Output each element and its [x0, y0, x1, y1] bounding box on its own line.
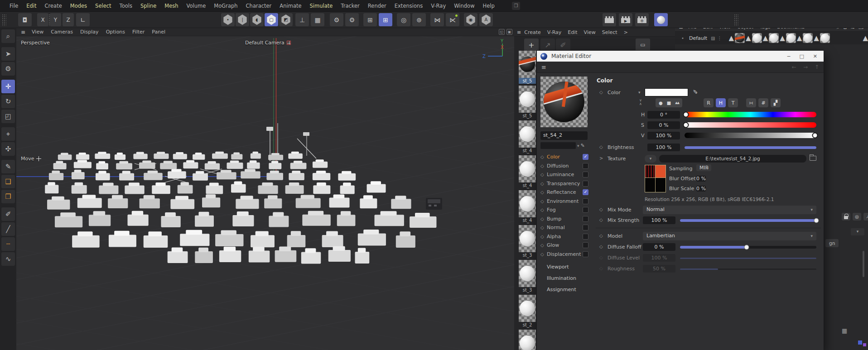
- menubar-item[interactable]: Character: [242, 3, 276, 9]
- rotate-tool[interactable]: ↻: [1, 95, 15, 108]
- channel-checkbox[interactable]: [583, 198, 588, 204]
- spline-pen-icon[interactable]: ✎: [1, 160, 15, 173]
- scale-tool[interactable]: ◰: [1, 110, 15, 123]
- view-label[interactable]: Perspective: [21, 40, 50, 46]
- material-item[interactable]: st_3: [519, 260, 536, 293]
- section-link[interactable]: Illumination: [540, 273, 592, 284]
- channel-label[interactable]: Bump: [547, 216, 561, 222]
- channel-checkbox[interactable]: [583, 172, 588, 177]
- delete-material-button[interactable]: ▭: [636, 38, 650, 52]
- menubar-item[interactable]: Volume: [183, 3, 210, 9]
- hamburger-icon[interactable]: ≡: [517, 29, 521, 35]
- menubar-item[interactable]: Render: [364, 3, 391, 9]
- menubar-item[interactable]: File: [5, 3, 22, 9]
- channel-checkbox[interactable]: [583, 207, 588, 213]
- axis-lock-button[interactable]: X: [37, 13, 48, 26]
- h-value-field[interactable]: 0 °: [647, 111, 680, 119]
- channel-label[interactable]: Reflectance: [547, 189, 576, 195]
- up-icon[interactable]: ↑: [815, 64, 819, 70]
- material-name-label[interactable]: st_5: [519, 113, 536, 119]
- material-tag-icon[interactable]: [752, 33, 762, 43]
- move-tool[interactable]: ✛: [1, 80, 15, 93]
- window-titlebar[interactable]: Material Editor ─ □ ✕: [537, 51, 824, 62]
- axis-toggle-icon[interactable]: ⊥: [295, 13, 309, 26]
- channel-checkbox[interactable]: [583, 225, 588, 230]
- material-manager-menu-item[interactable]: >: [621, 29, 631, 35]
- material-editor-window[interactable]: Material Editor ─ □ ✕ ≡ ← → ↑: [537, 51, 824, 350]
- menubar-item[interactable]: Modes: [66, 3, 91, 9]
- material-editor-toggle[interactable]: [654, 13, 668, 26]
- section-link[interactable]: Assignment: [540, 284, 592, 295]
- polygon-object-icon[interactable]: ▲: [746, 34, 751, 42]
- panel-max-icon[interactable]: ▣: [506, 29, 512, 35]
- channel-checkbox[interactable]: [583, 234, 588, 240]
- channel-label[interactable]: Environment: [547, 198, 579, 204]
- channel-row[interactable]: ◇ Transparency: [540, 179, 588, 188]
- back-icon[interactable]: ←: [792, 64, 796, 70]
- mirror-gear-icon[interactable]: ⋉: [446, 13, 459, 26]
- channel-label[interactable]: Transparency: [547, 181, 580, 187]
- compact-toggle-icon[interactable]: ∨∧: [639, 99, 642, 106]
- color-swatch[interactable]: [645, 88, 688, 96]
- object-row[interactable]: • Default ▨ ⋮ ▲ ▲ ▲ ▲ ▲: [675, 32, 868, 44]
- channel-row[interactable]: ◇ Reflectance: [540, 188, 588, 197]
- material-thumbnail[interactable]: [519, 155, 536, 182]
- material-tag-icon[interactable]: [803, 33, 813, 43]
- target-ring-icon[interactable]: ⊚: [412, 13, 426, 26]
- visibility-hex-icon[interactable]: ◉: [464, 13, 477, 26]
- scrollbar[interactable]: [863, 251, 864, 277]
- viewport-menu-item[interactable]: Panel: [148, 29, 169, 35]
- material-name-label[interactable]: st_4: [519, 148, 536, 153]
- object-label[interactable]: Default: [689, 35, 707, 41]
- live-selection-icon[interactable]: ➤: [1, 47, 15, 61]
- perspective-viewport[interactable]: ≡ ViewCamerasDisplayOptionsFilterPanel ◱…: [16, 28, 514, 350]
- slider-knob[interactable]: [812, 133, 818, 139]
- material-preview[interactable]: [540, 77, 588, 127]
- menubar-item[interactable]: Extensions: [391, 3, 427, 9]
- material-item[interactable]: st_4: [519, 155, 536, 188]
- close-button[interactable]: ✕: [813, 53, 817, 59]
- material-tag-icon[interactable]: [786, 33, 796, 43]
- viewport-menu-item[interactable]: Filter: [129, 29, 148, 35]
- mix-strength-slider[interactable]: [680, 219, 816, 222]
- channel-label[interactable]: Fog: [547, 207, 556, 213]
- material-name-label[interactable]: st_2: [519, 322, 536, 328]
- material-manager-menu-item[interactable]: Edit: [564, 29, 580, 35]
- menubar-item[interactable]: V-Ray: [427, 3, 450, 9]
- pick-material-icon[interactable]: ✐: [556, 38, 570, 52]
- box-icon[interactable]: ■: [667, 101, 671, 105]
- zoom-icon[interactable]: ⌕: [1, 29, 15, 43]
- v-value-field[interactable]: 100 %: [647, 132, 680, 139]
- viewport-menu-item[interactable]: Options: [102, 29, 129, 35]
- coordinate-system-icon[interactable]: ∟: [76, 13, 90, 26]
- value-slider[interactable]: [685, 133, 816, 138]
- material-thumbnail[interactable]: [519, 120, 536, 148]
- mix-mode-dropdown[interactable]: Normal▾: [643, 206, 816, 214]
- s-value-field[interactable]: 0 %: [647, 121, 680, 129]
- edit-material-icon[interactable]: ↗: [540, 38, 555, 52]
- sampling-dropdown[interactable]: MIP▾: [696, 164, 711, 171]
- render-view-button[interactable]: [603, 13, 616, 26]
- lock-icon[interactable]: [842, 213, 850, 221]
- wheel-icon[interactable]: ●: [659, 101, 663, 105]
- channel-row[interactable]: ◇ Diffusion: [540, 162, 588, 171]
- material-manager-menu-item[interactable]: Create: [521, 29, 544, 35]
- blur-scale-field[interactable]: 0 %: [696, 186, 706, 192]
- tweak-icon[interactable]: ⚙: [1, 62, 15, 76]
- mode-button[interactable]: ◩: [279, 13, 293, 26]
- picker-mode-tab[interactable]: T: [728, 98, 738, 107]
- target-icon[interactable]: ◎: [853, 213, 861, 221]
- axis-lock-button[interactable]: Y: [50, 13, 61, 26]
- brightness-field[interactable]: 100 %: [647, 144, 680, 151]
- gear-icon[interactable]: ⚙: [330, 13, 343, 26]
- render-region-icon[interactable]: ◘: [18, 13, 32, 26]
- polygon-object-icon[interactable]: ▲: [763, 34, 768, 42]
- channel-label[interactable]: Displacement: [547, 251, 581, 257]
- material-item[interactable]: st_4: [519, 120, 536, 153]
- material-thumbnail[interactable]: [519, 51, 536, 78]
- menubar-item[interactable]: Spline: [136, 3, 160, 9]
- material-manager-menu-item[interactable]: V-Ray: [544, 29, 565, 35]
- layer-color-blue[interactable]: [858, 340, 862, 345]
- chevron-down-icon[interactable]: ▾: [638, 90, 641, 95]
- channel-checkbox[interactable]: [583, 181, 588, 187]
